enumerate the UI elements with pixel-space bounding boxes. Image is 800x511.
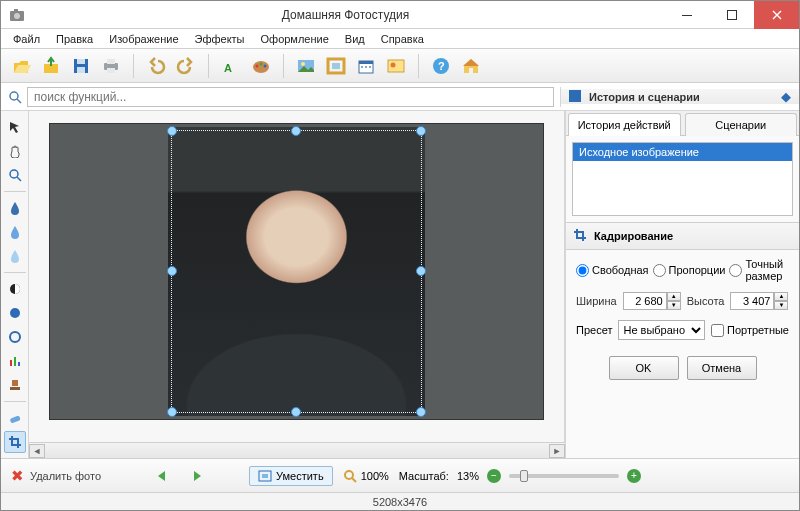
levels-tool-icon[interactable] bbox=[4, 350, 26, 372]
frame-icon[interactable] bbox=[324, 54, 348, 78]
tab-history[interactable]: История действий bbox=[568, 113, 681, 136]
titlebar: Домашняя Фотостудия bbox=[1, 1, 799, 29]
svg-rect-23 bbox=[361, 66, 363, 68]
radio-free[interactable]: Свободная bbox=[576, 264, 649, 277]
zoom-in-button[interactable]: + bbox=[627, 469, 641, 483]
svg-point-32 bbox=[10, 170, 18, 178]
left-toolbar bbox=[1, 111, 29, 458]
svg-rect-3 bbox=[682, 15, 692, 16]
width-down[interactable]: ▼ bbox=[667, 301, 681, 310]
cancel-button[interactable]: Отмена bbox=[687, 356, 757, 380]
fit-button[interactable]: Уместить bbox=[249, 466, 333, 486]
radio-proportions[interactable]: Пропорции bbox=[653, 264, 726, 277]
blur-tool-icon[interactable] bbox=[4, 221, 26, 243]
crop-tool-icon[interactable] bbox=[4, 431, 26, 453]
close-button[interactable] bbox=[754, 1, 799, 29]
redo-icon[interactable] bbox=[174, 54, 198, 78]
width-up[interactable]: ▲ bbox=[667, 292, 681, 301]
menu-view[interactable]: Вид bbox=[337, 31, 373, 47]
zoom-out-button[interactable]: − bbox=[487, 469, 501, 483]
light-drop-icon[interactable] bbox=[4, 245, 26, 267]
toolbar-separator bbox=[283, 54, 284, 78]
home-icon[interactable] bbox=[459, 54, 483, 78]
tone-tool-icon[interactable] bbox=[4, 302, 26, 324]
undo-icon[interactable] bbox=[144, 54, 168, 78]
scale-value: 13% bbox=[457, 470, 479, 482]
hand-tool-icon[interactable] bbox=[4, 140, 26, 162]
height-spinner[interactable]: ▲▼ bbox=[730, 292, 788, 310]
height-down[interactable]: ▼ bbox=[774, 301, 788, 310]
zoom-tool-icon[interactable] bbox=[4, 164, 26, 186]
svg-point-18 bbox=[301, 62, 305, 66]
crop-handle-e[interactable] bbox=[416, 266, 426, 276]
scroll-left-icon[interactable]: ◄ bbox=[29, 444, 45, 458]
crop-handle-nw[interactable] bbox=[167, 126, 177, 136]
collapse-icon[interactable]: ◆ bbox=[781, 89, 791, 104]
crop-handle-se[interactable] bbox=[416, 407, 426, 417]
postcard-icon[interactable] bbox=[384, 54, 408, 78]
contrast-tool-icon[interactable] bbox=[4, 278, 26, 300]
crop-handle-ne[interactable] bbox=[416, 126, 426, 136]
fit-icon bbox=[258, 470, 272, 482]
svg-point-16 bbox=[264, 64, 267, 67]
tool-separator bbox=[4, 401, 26, 402]
history-item[interactable]: Исходное изображение bbox=[573, 143, 792, 161]
export-icon[interactable] bbox=[39, 54, 63, 78]
next-image-button[interactable] bbox=[185, 466, 209, 486]
scroll-right-icon[interactable]: ► bbox=[549, 444, 565, 458]
maximize-button[interactable] bbox=[709, 1, 754, 29]
menu-effects[interactable]: Эффекты bbox=[187, 31, 253, 47]
calendar-icon[interactable] bbox=[354, 54, 378, 78]
menu-help[interactable]: Справка bbox=[373, 31, 432, 47]
history-list[interactable]: Исходное изображение bbox=[572, 142, 793, 216]
svg-rect-20 bbox=[332, 63, 340, 69]
menu-image[interactable]: Изображение bbox=[101, 31, 186, 47]
canvas-area[interactable] bbox=[29, 111, 565, 442]
minimize-button[interactable] bbox=[664, 1, 709, 29]
app-icon bbox=[7, 5, 27, 25]
eraser-tool-icon[interactable] bbox=[4, 407, 26, 429]
horizontal-scrollbar[interactable]: ◄ ► bbox=[29, 442, 565, 458]
radio-exact[interactable]: Точный размер bbox=[729, 258, 789, 282]
pointer-tool-icon[interactable] bbox=[4, 116, 26, 138]
search-bar bbox=[1, 87, 561, 107]
delete-photo-button[interactable]: ✖ Удалить фото bbox=[11, 467, 101, 485]
portrait-checkbox[interactable]: Портретные bbox=[711, 324, 789, 337]
zoom-slider-thumb[interactable] bbox=[520, 470, 528, 482]
width-label: Ширина bbox=[576, 295, 617, 307]
prev-image-button[interactable] bbox=[151, 466, 175, 486]
search-icon bbox=[7, 89, 23, 105]
history-icon bbox=[569, 90, 583, 104]
image-icon[interactable] bbox=[294, 54, 318, 78]
save-icon[interactable] bbox=[69, 54, 93, 78]
preset-select[interactable]: Не выбрано bbox=[618, 320, 705, 340]
palette-icon[interactable] bbox=[249, 54, 273, 78]
crop-selection[interactable] bbox=[171, 130, 422, 413]
height-up[interactable]: ▲ bbox=[774, 292, 788, 301]
crop-handle-w[interactable] bbox=[167, 266, 177, 276]
crop-handle-n[interactable] bbox=[291, 126, 301, 136]
menu-file[interactable]: Файл bbox=[5, 31, 48, 47]
stamp-tool-icon[interactable] bbox=[4, 374, 26, 396]
zoom-slider[interactable] bbox=[509, 474, 619, 478]
help-icon[interactable]: ? bbox=[429, 54, 453, 78]
zoom-100-button[interactable]: 100% bbox=[343, 469, 389, 483]
bottom-bar: ✖ Удалить фото Уместить 100% Масштаб: 13… bbox=[1, 458, 799, 492]
print-icon[interactable] bbox=[99, 54, 123, 78]
open-icon[interactable] bbox=[9, 54, 33, 78]
width-input[interactable] bbox=[623, 292, 667, 310]
width-spinner[interactable]: ▲▼ bbox=[623, 292, 681, 310]
text-icon[interactable]: A bbox=[219, 54, 243, 78]
height-input[interactable] bbox=[730, 292, 774, 310]
drop-tool-icon[interactable] bbox=[4, 197, 26, 219]
height-label: Высота bbox=[687, 295, 725, 307]
menu-edit[interactable]: Правка bbox=[48, 31, 101, 47]
canvas-image[interactable] bbox=[49, 123, 544, 420]
menu-decor[interactable]: Оформление bbox=[253, 31, 337, 47]
crop-handle-sw[interactable] bbox=[167, 407, 177, 417]
ring-tool-icon[interactable] bbox=[4, 326, 26, 348]
search-input[interactable] bbox=[27, 87, 554, 107]
tab-scenarios[interactable]: Сценарии bbox=[685, 113, 798, 136]
ok-button[interactable]: OK bbox=[609, 356, 679, 380]
history-panel-header: История и сценарии ◆ bbox=[561, 89, 799, 104]
